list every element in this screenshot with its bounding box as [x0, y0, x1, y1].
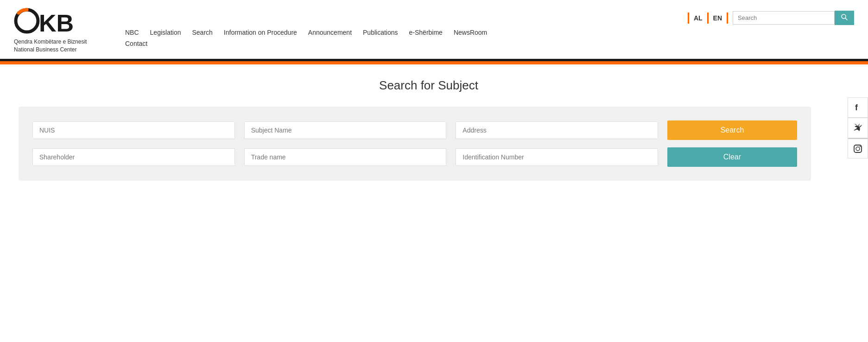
social-sidebar: f [848, 97, 868, 158]
facebook-icon: f [853, 102, 863, 113]
top-search-button[interactable] [835, 11, 854, 25]
lang-en-button[interactable]: EN [707, 13, 728, 24]
search-form: Search Clear [32, 120, 797, 167]
trade-name-input[interactable] [244, 148, 447, 166]
nav-item-search[interactable]: Search [192, 29, 213, 36]
subject-name-input[interactable] [244, 121, 447, 139]
logo-svg: KB [14, 5, 88, 37]
search-icon [841, 14, 848, 20]
twitter-icon [853, 123, 863, 133]
address-input[interactable] [456, 121, 658, 139]
identification-number-input[interactable] [456, 148, 658, 166]
twitter-button[interactable] [848, 118, 868, 138]
main-content: Search for Subject Search Clear [0, 64, 857, 195]
nav-item-legislation[interactable]: Legislation [150, 29, 181, 36]
top-search-input[interactable] [733, 11, 835, 25]
instagram-icon [853, 144, 863, 154]
nav-bottom: Contact [125, 40, 854, 47]
facebook-button[interactable]: f [848, 97, 868, 118]
page-title: Search for Subject [19, 78, 839, 93]
deco-bar [0, 59, 868, 64]
nav-item-information[interactable]: Information on Procedure [224, 29, 297, 36]
nav-area: AL EN NBC Legislation Search Information… [116, 11, 854, 47]
nav-item-contact[interactable]: Contact [125, 40, 147, 47]
nav-item-publications[interactable]: Publications [363, 29, 398, 36]
header: KB Qendra Kombëtare e Biznesit National … [0, 0, 868, 59]
shareholder-input[interactable] [32, 148, 235, 166]
svg-text:KB: KB [39, 10, 74, 37]
nav-top: AL EN [125, 11, 854, 25]
clear-button[interactable]: Clear [667, 147, 797, 167]
nav-item-newsroom[interactable]: NewsRoom [454, 29, 487, 36]
logo-tagline: Qendra Kombëtare e Biznesit National Bus… [14, 38, 116, 54]
svg-point-6 [856, 147, 860, 151]
nav-main: NBC Legislation Search Information on Pr… [125, 29, 854, 36]
svg-line-3 [845, 18, 847, 20]
nav-item-nbc[interactable]: NBC [125, 29, 139, 36]
instagram-button[interactable] [848, 138, 868, 158]
svg-text:f: f [855, 103, 858, 112]
top-search-wrap [733, 11, 854, 25]
search-button[interactable]: Search [667, 120, 797, 140]
nav-item-announcement[interactable]: Announcement [308, 29, 352, 36]
search-panel: Search Clear [19, 107, 811, 181]
logo-area: KB Qendra Kombëtare e Biznesit National … [14, 5, 116, 54]
nav-item-esherbime[interactable]: e-Shërbime [409, 29, 443, 36]
lang-al-button[interactable]: AL [688, 13, 707, 24]
nuis-input[interactable] [32, 121, 235, 139]
svg-point-7 [860, 146, 861, 146]
